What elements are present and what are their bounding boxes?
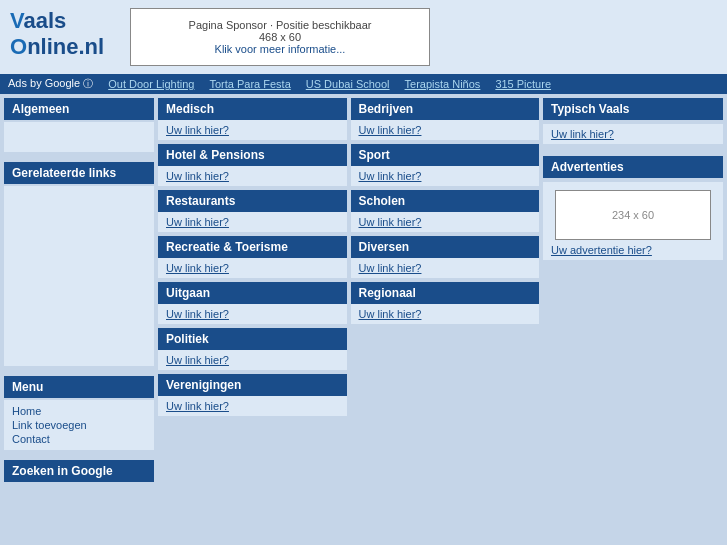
category-politiek-body: Uw link hier?: [158, 350, 347, 370]
category-hotel-body: Uw link hier?: [158, 166, 347, 186]
category-diversen-body: Uw link hier?: [351, 258, 540, 278]
category-hotel-link[interactable]: Uw link hier?: [166, 170, 229, 182]
logo: Vaals Online.nl: [10, 8, 110, 61]
category-bedrijven-title: Bedrijven: [351, 98, 540, 120]
ad-bar: Ads by Google ⓘ Out Door Lighting Torta …: [0, 74, 727, 94]
sidebar-gerelateerde-title: Gerelateerde links: [4, 162, 154, 184]
category-diversen-title: Diversen: [351, 236, 540, 258]
adbar-link-4[interactable]: Terapista Niños: [405, 78, 481, 90]
category-sport-title: Sport: [351, 144, 540, 166]
sidebar-link-add[interactable]: Link toevoegen: [12, 418, 146, 432]
category-sport: Sport Uw link hier?: [351, 144, 540, 186]
category-medisch: Medisch Uw link hier?: [158, 98, 347, 140]
sidebar-menu-title: Menu: [4, 376, 154, 398]
adbar-link-2[interactable]: Torta Para Festa: [209, 78, 290, 90]
header: Vaals Online.nl Pagina Sponsor · Positie…: [0, 0, 727, 74]
sponsor-line2: 468 x 60: [151, 31, 409, 43]
category-verenigingen-link[interactable]: Uw link hier?: [166, 400, 229, 412]
sidebar-google-title: Zoeken in Google: [4, 460, 154, 482]
content-left: Medisch Uw link hier? Hotel & Pensions U…: [158, 98, 347, 482]
category-bedrijven: Bedrijven Uw link hier?: [351, 98, 540, 140]
category-scholen: Scholen Uw link hier?: [351, 190, 540, 232]
sidebar-algemeen-content: [4, 122, 154, 152]
sidebar: Algemeen Gerelateerde links Menu Home Li…: [4, 98, 154, 482]
category-hotel-title: Hotel & Pensions: [158, 144, 347, 166]
category-regionaal-title: Regionaal: [351, 282, 540, 304]
logo-line1: Vaals: [10, 8, 110, 34]
category-medisch-title: Medisch: [158, 98, 347, 120]
category-sport-link[interactable]: Uw link hier?: [359, 170, 422, 182]
sidebar-algemeen-title: Algemeen: [4, 98, 154, 120]
sidebar-gerelateerde-content: [4, 186, 154, 366]
ads-by-google-label: Ads by Google ⓘ: [8, 77, 93, 91]
category-scholen-title: Scholen: [351, 190, 540, 212]
sponsor-box[interactable]: Pagina Sponsor · Positie beschikbaar 468…: [130, 8, 430, 66]
content-right: Bedrijven Uw link hier? Sport Uw link hi…: [351, 98, 540, 482]
category-restaurants-body: Uw link hier?: [158, 212, 347, 232]
category-politiek: Politiek Uw link hier?: [158, 328, 347, 370]
main-layout: Algemeen Gerelateerde links Menu Home Li…: [0, 94, 727, 486]
category-uitgaan-title: Uitgaan: [158, 282, 347, 304]
advertenties-content: 234 x 60 Uw advertentie hier?: [543, 182, 723, 260]
category-restaurants-link[interactable]: Uw link hier?: [166, 216, 229, 228]
category-bedrijven-link[interactable]: Uw link hier?: [359, 124, 422, 136]
category-verenigingen-body: Uw link hier?: [158, 396, 347, 416]
sidebar-link-home[interactable]: Home: [12, 404, 146, 418]
category-uitgaan-body: Uw link hier?: [158, 304, 347, 324]
typisch-vaals-title: Typisch Vaals: [543, 98, 723, 120]
typisch-vaals-link[interactable]: Uw link hier?: [551, 128, 614, 140]
category-uitgaan-link[interactable]: Uw link hier?: [166, 308, 229, 320]
ad-size-label: 234 x 60: [612, 209, 654, 221]
category-hotel: Hotel & Pensions Uw link hier?: [158, 144, 347, 186]
category-politiek-link[interactable]: Uw link hier?: [166, 354, 229, 366]
category-restaurants: Restaurants Uw link hier?: [158, 190, 347, 232]
sponsor-line1: Pagina Sponsor · Positie beschikbaar: [151, 19, 409, 31]
category-regionaal-body: Uw link hier?: [351, 304, 540, 324]
logo-line2: Online.nl: [10, 34, 110, 60]
sidebar-menu-content: Home Link toevoegen Contact: [4, 400, 154, 450]
content-area: Medisch Uw link hier? Hotel & Pensions U…: [158, 98, 539, 482]
category-recreatie-body: Uw link hier?: [158, 258, 347, 278]
category-regionaal: Regionaal Uw link hier?: [351, 282, 540, 324]
adbar-link-1[interactable]: Out Door Lighting: [108, 78, 194, 90]
category-restaurants-title: Restaurants: [158, 190, 347, 212]
ad-placeholder-box[interactable]: 234 x 60: [555, 190, 711, 240]
category-bedrijven-body: Uw link hier?: [351, 120, 540, 140]
right-sidebar: Typisch Vaals Uw link hier? Advertenties…: [543, 98, 723, 482]
category-uitgaan: Uitgaan Uw link hier?: [158, 282, 347, 324]
adbar-link-5[interactable]: 315 Picture: [495, 78, 551, 90]
adbar-link-3[interactable]: US Dubai School: [306, 78, 390, 90]
category-recreatie: Recreatie & Toerisme Uw link hier?: [158, 236, 347, 278]
sidebar-link-contact[interactable]: Contact: [12, 432, 146, 446]
category-medisch-body: Uw link hier?: [158, 120, 347, 140]
category-medisch-link[interactable]: Uw link hier?: [166, 124, 229, 136]
category-diversen-link[interactable]: Uw link hier?: [359, 262, 422, 274]
category-verenigingen-title: Verenigingen: [158, 374, 347, 396]
category-regionaal-link[interactable]: Uw link hier?: [359, 308, 422, 320]
category-diversen: Diversen Uw link hier?: [351, 236, 540, 278]
category-politiek-title: Politiek: [158, 328, 347, 350]
category-verenigingen: Verenigingen Uw link hier?: [158, 374, 347, 416]
category-recreatie-title: Recreatie & Toerisme: [158, 236, 347, 258]
advertenties-title: Advertenties: [543, 156, 723, 178]
typisch-vaals-content: Uw link hier?: [543, 124, 723, 144]
sponsor-link[interactable]: Klik voor meer informatie...: [215, 43, 346, 55]
advertenties-link[interactable]: Uw advertentie hier?: [551, 244, 652, 256]
category-scholen-link[interactable]: Uw link hier?: [359, 216, 422, 228]
category-recreatie-link[interactable]: Uw link hier?: [166, 262, 229, 274]
category-scholen-body: Uw link hier?: [351, 212, 540, 232]
category-sport-body: Uw link hier?: [351, 166, 540, 186]
